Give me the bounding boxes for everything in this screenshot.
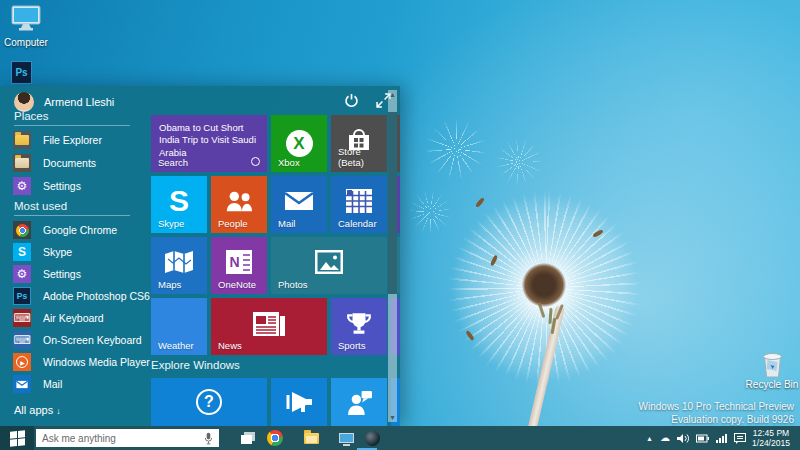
search-input[interactable] [42,433,200,444]
tile-weather[interactable]: Weather [151,298,207,355]
menu-item-photoshop[interactable]: Ps Adobe Photoshop CS6 [13,286,150,306]
news-icon [252,311,286,337]
taskbar-chrome-button[interactable] [263,426,287,450]
skype-glyph: S [18,245,26,259]
tile-calendar[interactable]: Calendar [331,176,387,233]
tile-maps[interactable]: Maps [151,237,207,294]
windows-logo-icon [10,430,25,446]
desktop-icon-photoshop[interactable]: Ps [11,61,32,84]
tile-people[interactable]: People [211,176,267,233]
menu-item-air-keyboard[interactable]: ⌨ Air Keyboard [13,308,104,328]
divider [14,215,130,216]
tile-feedback[interactable] [331,378,387,426]
menu-item-settings-places[interactable]: ⚙ Settings [13,176,81,196]
desktop: Computer Ps Recycle Bin Windows 10 Pro T… [0,0,800,450]
speaker-icon[interactable] [677,433,689,444]
feedback-person-icon [346,390,373,415]
computer-icon [11,5,41,32]
user-name: Armend Lleshi [44,96,114,108]
menu-item-label: Mail [43,378,62,390]
taskbar-search[interactable] [36,429,219,447]
dandelion-core [522,263,566,307]
all-apps-button[interactable]: All apps ↓ [14,404,61,416]
menu-item-label: File Explorer [43,134,102,146]
onenote-icon: N [226,250,252,274]
taskbar-pc-button[interactable] [334,426,358,450]
start-menu-scrollbar[interactable]: ▲ ▼ [388,90,397,422]
tile-announcements[interactable] [271,378,327,426]
maps-icon [164,250,194,274]
photoshop-icon: Ps [11,61,32,84]
tile-label: News [218,340,242,351]
search-tile-headline: Obama to Cut Short India Trip to Visit S… [159,122,259,159]
tile-label: People [218,218,248,229]
clock-date: 1/24/2015 [746,438,796,448]
file-explorer-icon [13,131,31,149]
menu-item-label: Adobe Photoshop CS6 [43,290,150,302]
menu-item-settings[interactable]: ⚙ Settings [13,264,81,284]
mail-envelope-icon [284,191,314,211]
menu-item-mail[interactable]: Mail [13,374,62,394]
photos-icon [315,250,343,274]
menu-item-on-screen-keyboard[interactable]: ⌨ On-Screen Keyboard [13,330,142,350]
tile-xbox[interactable]: X Xbox [271,115,327,172]
task-view-icon [241,435,252,444]
pc-monitor-icon [339,433,354,443]
tile-skype[interactable]: S Skype [151,176,207,233]
megaphone-icon [284,391,314,413]
user-avatar[interactable] [14,92,34,112]
menu-item-file-explorer[interactable]: File Explorer [13,130,102,150]
power-icon [344,93,359,108]
tile-label: Weather [158,340,194,351]
onedrive-cloud-icon[interactable]: ☁ [660,433,670,443]
battery-icon[interactable] [696,434,709,443]
menu-item-google-chrome[interactable]: Google Chrome [13,220,117,240]
explore-windows-header: Explore Windows [151,359,240,371]
menu-item-documents[interactable]: Documents [13,153,96,173]
tile-label: Calendar [338,218,377,229]
tile-photos[interactable]: Photos [271,237,387,294]
taskbar-file-explorer-button[interactable] [299,426,323,450]
menu-item-windows-media-player[interactable]: ▶ Windows Media Player [13,352,150,372]
tile-sports[interactable]: Sports [331,298,387,355]
tile-news[interactable]: News [211,298,327,355]
network-signal-icon[interactable] [716,434,727,443]
calendar-icon [346,189,372,213]
dandelion-seed [475,197,485,208]
menu-item-label: Settings [43,180,81,192]
microphone-icon[interactable] [204,432,213,445]
photoshop-icon: Ps [13,287,31,305]
trophy-icon [346,311,372,337]
keyboard-icon: ⌨ [13,331,31,349]
start-button[interactable] [0,426,34,450]
scroll-down-icon[interactable]: ▼ [388,414,397,421]
scrollbar-thumb[interactable] [388,112,397,294]
tile-label: OneNote [218,279,256,290]
tile-store[interactable]: Store (Beta) [331,115,387,172]
tile-onenote[interactable]: N OneNote [211,237,267,294]
keyboard-icon: ⌨ [13,309,31,327]
tile-mail[interactable]: Mail [271,176,327,233]
taskbar-clock[interactable]: 12:45 PM 1/24/2015 [746,428,796,448]
tile-label: Photos [278,279,308,290]
places-header: Places [14,110,49,122]
desktop-icon-label: Recycle Bin [744,379,800,390]
task-view-button[interactable] [236,426,260,450]
recycle-bin-icon [761,350,784,378]
action-center-icon[interactable] [734,433,746,444]
watermark-line-1: Windows 10 Pro Technical Preview [639,401,794,412]
taskbar-media-app-button[interactable] [360,426,384,450]
most-used-header: Most used [14,200,67,212]
menu-item-skype[interactable]: S Skype [13,242,72,262]
power-button[interactable] [344,93,360,109]
watermark-line-2: Evaluation copy. Build 9926 [671,414,794,425]
tile-help[interactable]: ? [151,378,267,426]
desktop-icon-recycle-bin[interactable]: Recycle Bin [744,350,800,390]
tile-label: Store (Beta) [338,146,387,168]
tile-label: Search [158,157,188,168]
scroll-up-icon[interactable]: ▲ [388,91,397,98]
tile-label: Sports [338,340,365,351]
show-hidden-icons-chevron[interactable]: ▲ [646,435,653,442]
tile-search[interactable]: Obama to Cut Short India Trip to Visit S… [151,115,267,172]
desktop-icon-computer[interactable]: Computer [0,5,52,48]
